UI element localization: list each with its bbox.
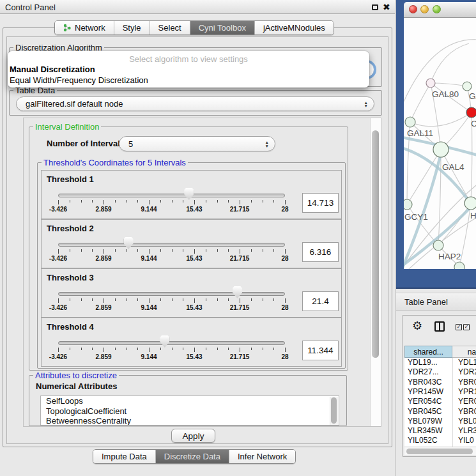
threshold-1-slider-track[interactable]: [58, 194, 285, 197]
list-scrollbar-thumb[interactable]: [331, 397, 337, 424]
threshold-2-value-field[interactable]: 6.316: [302, 242, 339, 262]
horizontal-scrollbar-thumb[interactable]: [406, 449, 473, 454]
threshold-3-label: Threshold 3: [47, 273, 94, 282]
slider-tick: [137, 200, 138, 203]
tab-impute-data[interactable]: Impute Data: [93, 450, 156, 463]
network-node[interactable]: [466, 107, 476, 118]
table-row[interactable]: YDR27...YDR2: [404, 367, 476, 377]
threshold-3-slider-track[interactable]: [58, 292, 285, 296]
tab-network[interactable]: Network: [55, 21, 114, 35]
network-node[interactable]: [426, 79, 435, 88]
slider-tick: [228, 249, 229, 252]
network-edge[interactable]: [431, 83, 467, 86]
tick-label: 15.43: [186, 353, 202, 360]
tab-infer-network[interactable]: Infer Network: [229, 450, 295, 463]
table-row[interactable]: YPR145WYPR1: [404, 387, 476, 397]
table-row[interactable]: YBR043CYBR0: [404, 378, 476, 387]
tab-select[interactable]: Select: [150, 21, 190, 35]
tab-label: Network: [75, 23, 105, 33]
network-edge[interactable]: [410, 112, 472, 127]
column-header-name[interactable]: na: [452, 346, 476, 358]
network-node[interactable]: [433, 240, 443, 250]
slider-tick: [251, 200, 252, 203]
threshold-2-slider-thumb[interactable]: [124, 237, 134, 249]
tab-style[interactable]: Style: [114, 21, 150, 35]
table-row[interactable]: YBR045CYBR0: [404, 407, 476, 417]
threshold-1-block: Threshold 1 -3.426 2.859 9.144 15.43 21.…: [41, 170, 342, 219]
close-icon[interactable]: ✖: [383, 2, 390, 12]
network-edge[interactable]: [410, 83, 431, 122]
slider-tick: [194, 298, 195, 303]
slider-tick: [137, 298, 138, 301]
threshold-4-slider-thumb[interactable]: [160, 335, 169, 348]
threshold-1-value-field[interactable]: 14.713: [302, 193, 339, 213]
float-window-icon[interactable]: [372, 4, 378, 10]
table-row[interactable]: YIL052CYIL0: [404, 436, 476, 445]
slider-tick: [183, 298, 183, 301]
tick-label: 21.715: [230, 255, 250, 262]
mac-minimize-icon[interactable]: [420, 5, 429, 13]
table-row[interactable]: YDL19...YDL1: [404, 358, 476, 367]
threshold-1-slider-thumb[interactable]: [184, 188, 194, 200]
numerical-attributes-list[interactable]: SelfLoops TopologicalCoefficient Between…: [40, 395, 339, 426]
number-of-intervals-combo[interactable]: 5 ▲▼: [119, 136, 275, 151]
threshold-3-value-field[interactable]: 21.4: [302, 291, 339, 311]
node-label: GAL80: [432, 89, 459, 99]
network-edge[interactable]: [441, 150, 471, 203]
column-header-shared-name[interactable]: shared...: [404, 346, 452, 358]
vertical-scrollbar-thumb[interactable]: [372, 130, 379, 358]
popup-item-manual-discretization[interactable]: Manual Discretization: [10, 65, 95, 74]
mac-close-icon[interactable]: [409, 5, 417, 13]
slider-tick: [149, 200, 150, 204]
network-canvas[interactable]: GAL80GAGAL11CGAL4GCY1HHAP2: [404, 18, 476, 269]
gear-icon[interactable]: ⚙: [412, 319, 422, 333]
tab-jactivemnodules[interactable]: jActiveMNodules: [255, 21, 334, 35]
node-label: GCY1: [404, 212, 428, 222]
threshold-4-value-field[interactable]: 11.344: [302, 341, 339, 360]
network-node[interactable]: [433, 142, 449, 157]
columns-icon[interactable]: [434, 321, 445, 332]
network-edge[interactable]: [404, 40, 476, 114]
network-node[interactable]: [463, 82, 472, 91]
table-row[interactable]: YER054CYER0: [404, 397, 476, 406]
list-item-selfloops[interactable]: SelfLoops: [41, 396, 339, 406]
popup-item-equal-width-frequency[interactable]: Equal Width/Frequency Discretization: [10, 75, 148, 85]
slider-tick: [127, 200, 127, 203]
checkbox-icon[interactable]: ✓: [456, 324, 462, 330]
checkbox-icon[interactable]: ✓: [463, 324, 470, 330]
table-row[interactable]: YBL079WYBL0: [404, 417, 476, 426]
threshold-4-slider-track[interactable]: [58, 341, 285, 345]
list-item-betweennesscentrality[interactable]: BetweennessCentrality: [41, 416, 339, 426]
slider-tick: [251, 348, 252, 350]
horizontal-scrollbar-track[interactable]: [404, 447, 476, 455]
tick-label: 9.144: [141, 255, 157, 262]
slider-tick: [58, 200, 59, 204]
network-window-titlebar[interactable]: [404, 2, 476, 18]
node-label: GA: [469, 91, 476, 101]
slider-tick: [194, 200, 195, 204]
tab-cyni-toolbox[interactable]: Cyni Toolbox: [190, 21, 255, 35]
tab-discretize-data[interactable]: Discretize Data: [156, 450, 229, 463]
slider-tick: [183, 200, 183, 203]
table-panel-titlebar: Table Panel: [396, 293, 476, 311]
slider-tick: [92, 249, 93, 252]
window-title: Control Panel: [5, 3, 56, 12]
table-row[interactable]: YLR345WYLR3: [404, 426, 476, 436]
threshold-2-slider-track[interactable]: [58, 243, 285, 247]
network-node[interactable]: [405, 117, 415, 127]
slider-tick: [149, 348, 150, 352]
apply-button[interactable]: Apply: [171, 429, 215, 443]
slider-tick: [115, 298, 116, 301]
network-node[interactable]: [464, 197, 476, 210]
table-data-combo[interactable]: galFiltered.sif default node ▲▼: [16, 96, 374, 111]
network-node[interactable]: [404, 199, 412, 210]
network-edge[interactable]: [431, 43, 469, 83]
list-item-topologicalcoefficient[interactable]: TopologicalCoefficient: [41, 406, 339, 417]
node-table[interactable]: YDL19...YDL1 YDR27...YDR2 YBR043CYBR0 YP…: [404, 358, 476, 447]
control-panel-titlebar: Control Panel: [0, 0, 395, 14]
threshold-3-slider-thumb[interactable]: [233, 286, 242, 298]
tick-label: 28: [281, 255, 288, 262]
tick-label: 28: [281, 304, 288, 311]
mac-zoom-icon[interactable]: [433, 5, 441, 13]
network-node[interactable]: [454, 262, 464, 269]
